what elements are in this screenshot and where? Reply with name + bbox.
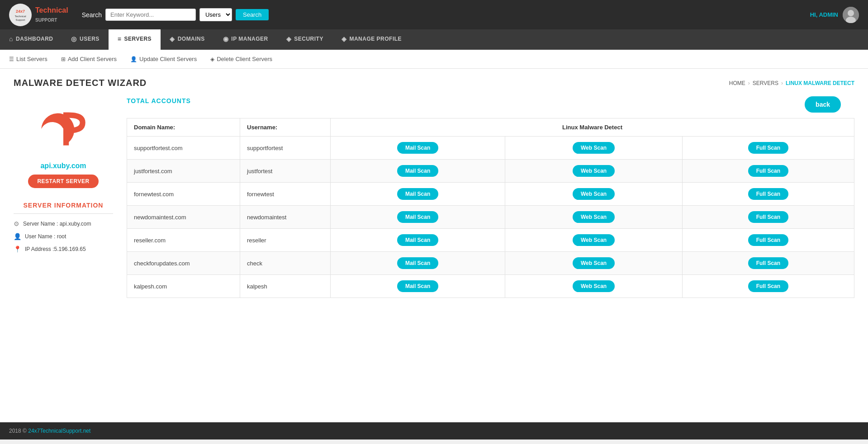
web-scan-button[interactable]: Web Scan (573, 211, 615, 223)
ip-address-row: 📍 IP Address :5.196.169.65 (14, 243, 113, 255)
subnav-delete-client-servers[interactable]: ◈ Delete Client Servers (210, 56, 272, 62)
back-button[interactable]: back (805, 96, 841, 113)
delete-servers-icon: ◈ (210, 56, 214, 62)
full-scan-cell: Full Scan (682, 229, 854, 252)
web-scan-button[interactable]: Web Scan (573, 257, 615, 269)
svg-text:Technical: Technical (14, 15, 26, 18)
domain-cell: justfortest.com (127, 160, 240, 183)
logo-text: Technical SUPPORT (35, 6, 68, 23)
subnav-update-client-servers[interactable]: 👤 Update Client Servers (130, 56, 197, 62)
logo-icon: 24x7 Technical Support (9, 4, 32, 26)
footer-link[interactable]: 24x7TechnicalSupport.net (28, 428, 90, 434)
left-panel: api.xuby.com RESTART SERVER SERVER INFOR… (14, 97, 113, 298)
search-select[interactable]: Users (199, 8, 232, 21)
full-scan-button[interactable]: Full Scan (748, 211, 788, 223)
ip-address-icon: 📍 (14, 246, 21, 253)
mail-scan-button[interactable]: Mail Scan (397, 188, 438, 200)
add-servers-icon: ⊞ (61, 56, 66, 62)
avatar[interactable] (843, 7, 859, 23)
nav-item-users[interactable]: ◎ USERS (62, 29, 108, 50)
mail-scan-cell: Mail Scan (331, 275, 505, 298)
full-scan-button[interactable]: Full Scan (748, 257, 788, 269)
section-title: TOTAL ACCOUNTS (127, 97, 191, 104)
users-icon: ◎ (71, 35, 77, 43)
breadcrumb-sep-1: › (748, 80, 750, 86)
update-servers-icon: 👤 (130, 56, 137, 62)
mail-scan-button[interactable]: Mail Scan (397, 165, 438, 177)
page-header: MALWARE DETECT WIZARD HOME › SERVERS › L… (14, 78, 854, 88)
mail-scan-cell: Mail Scan (331, 252, 505, 275)
mail-scan-cell: Mail Scan (331, 160, 505, 183)
table-row: reseller.com reseller Mail Scan Web Scan… (127, 229, 854, 252)
col-header-domain: Domain Name: (127, 118, 240, 137)
nav-label-users: USERS (80, 36, 100, 42)
nav-item-security[interactable]: ◈ SECURITY (277, 29, 332, 50)
main-content: MALWARE DETECT WIZARD HOME › SERVERS › L… (0, 69, 868, 422)
nav-item-servers[interactable]: ≡ SERVERS (109, 29, 161, 50)
username-cell: supportfortest (240, 137, 331, 160)
breadcrumb-servers: SERVERS (753, 80, 778, 86)
full-scan-button[interactable]: Full Scan (748, 280, 788, 292)
full-scan-button[interactable]: Full Scan (748, 188, 788, 200)
search-button[interactable]: Search (236, 9, 269, 20)
server-name-icon: ⚙ (14, 220, 19, 227)
nav-label-security: SECURITY (294, 36, 323, 42)
nav-item-domains[interactable]: ◈ DOMAINS (161, 29, 214, 50)
nav-label-domains: DOMAINS (178, 36, 205, 42)
domain-cell: checkforupdates.com (127, 252, 240, 275)
domain-cell: fornewtest.com (127, 183, 240, 206)
search-label: Search (82, 11, 102, 19)
server-name-value: Server Name : api.xuby.com (23, 221, 91, 227)
nav-item-ip-manager[interactable]: ◉ IP MANAGER (214, 29, 277, 50)
subnav-label-update-client-servers: Update Client Servers (139, 56, 197, 62)
mail-scan-cell: Mail Scan (331, 206, 505, 229)
full-scan-button[interactable]: Full Scan (748, 165, 788, 177)
user-name-row: 👤 User Name : root (14, 230, 113, 243)
breadcrumb: HOME › SERVERS › LINUX MALWARE DETECT (729, 80, 854, 86)
table-row: checkforupdates.com check Mail Scan Web … (127, 252, 854, 275)
domains-icon: ◈ (170, 35, 175, 43)
web-scan-button[interactable]: Web Scan (573, 165, 615, 177)
footer-text: 2018 © (9, 428, 27, 434)
web-scan-cell: Web Scan (505, 206, 683, 229)
subnav-list-servers[interactable]: ☰ List Servers (9, 56, 47, 62)
mail-scan-button[interactable]: Mail Scan (397, 257, 438, 269)
username-cell: reseller (240, 229, 331, 252)
web-scan-button[interactable]: Web Scan (573, 188, 615, 200)
restart-server-button[interactable]: RESTART SERVER (28, 175, 98, 188)
mail-scan-cell: Mail Scan (331, 229, 505, 252)
search-input[interactable] (105, 9, 196, 21)
manage-profile-icon: ◈ (342, 35, 347, 43)
domain-cell: kalpesh.com (127, 275, 240, 298)
nav-item-dashboard[interactable]: ⌂ DASHBOARD (0, 29, 62, 50)
subnav-label-add-client-servers: Add Client Servers (68, 56, 117, 62)
full-scan-button[interactable]: Full Scan (748, 142, 788, 154)
nav-item-manage-profile[interactable]: ◈ MANAGE PROFILE (332, 29, 411, 50)
full-scan-cell: Full Scan (682, 183, 854, 206)
web-scan-button[interactable]: Web Scan (573, 280, 615, 292)
svg-text:Support: Support (15, 19, 25, 21)
username-cell: kalpesh (240, 275, 331, 298)
full-scan-cell: Full Scan (682, 206, 854, 229)
subnav-add-client-servers[interactable]: ⊞ Add Client Servers (61, 56, 117, 62)
server-name-link[interactable]: api.xuby.com (14, 162, 113, 170)
mail-scan-button[interactable]: Mail Scan (397, 211, 438, 223)
web-scan-cell: Web Scan (505, 183, 683, 206)
list-servers-icon: ☰ (9, 56, 14, 62)
servers-icon: ≡ (118, 35, 122, 43)
ip-manager-icon: ◉ (223, 35, 229, 43)
web-scan-button[interactable]: Web Scan (573, 142, 615, 154)
svg-point-5 (848, 10, 854, 16)
mail-scan-button[interactable]: Mail Scan (397, 142, 438, 154)
web-scan-button[interactable]: Web Scan (573, 234, 615, 246)
page-title: MALWARE DETECT WIZARD (14, 78, 147, 88)
full-scan-button[interactable]: Full Scan (748, 234, 788, 246)
right-panel: TOTAL ACCOUNTS back Domain Name: Usernam… (127, 97, 854, 298)
table-row: justfortest.com justfortest Mail Scan We… (127, 160, 854, 183)
server-info-section: SERVER INFORMATION ⚙ Server Name : api.x… (14, 202, 113, 255)
breadcrumb-home: HOME (729, 80, 745, 86)
subnav-label-list-servers: List Servers (16, 56, 47, 62)
mail-scan-button[interactable]: Mail Scan (397, 234, 438, 246)
mail-scan-button[interactable]: Mail Scan (397, 280, 438, 292)
hi-admin-label: HI, ADMIN (810, 11, 838, 18)
